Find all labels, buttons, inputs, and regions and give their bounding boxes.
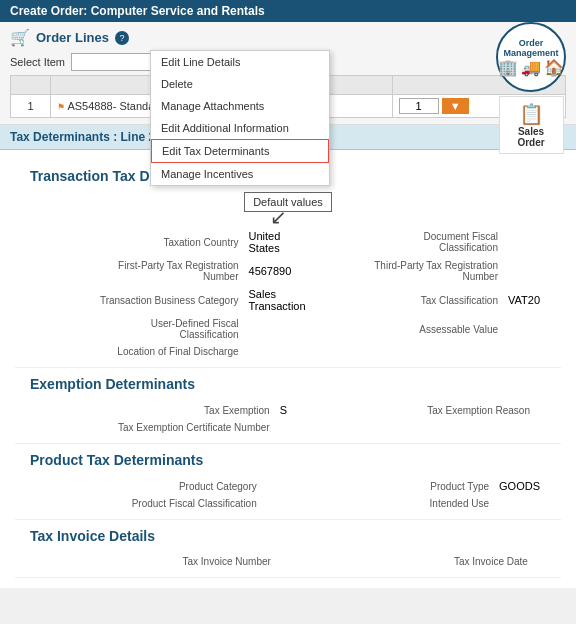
product-type-label: Product Type: [273, 478, 493, 494]
product-fiscal-row: Product Fiscal Classification Intended U…: [32, 496, 544, 511]
tax-exemption-value: S: [276, 402, 291, 418]
order-lines-section: 🛒 Order Lines ? Select Item 🔍 Actions ▼ …: [0, 22, 576, 125]
transaction-business-row: Transaction Business Category Sales Tran…: [32, 286, 544, 314]
product-fiscal-label: Product Fiscal Classification: [32, 496, 261, 511]
third-party-tax-value: [504, 258, 544, 284]
help-icon[interactable]: ?: [115, 31, 129, 45]
product-tax-title: Product Tax Determinants: [30, 452, 546, 468]
order-lines-header: 🛒 Order Lines ?: [10, 28, 566, 47]
tax-exemption-row: Tax Exemption S Tax Exemption Reason: [32, 402, 544, 418]
menu-item-edit-tax[interactable]: Edit Tax Determinants: [151, 139, 329, 163]
menu-item-edit-line[interactable]: Edit Line Details: [151, 51, 329, 73]
first-party-tax-value: 4567890: [245, 258, 310, 284]
callout-text: Default values: [253, 196, 323, 208]
tax-invoice-date-label: Tax Invoice Date: [289, 554, 532, 569]
location-row: Location of Final Discharge: [32, 344, 544, 359]
product-category-row: Product Category Product Type GOODS: [32, 478, 544, 494]
sales-order-label: Sales Order: [508, 126, 555, 148]
product-category-label: Product Category: [32, 478, 261, 494]
warning-icon: ⚑: [57, 102, 65, 112]
context-menu: Edit Line Details Delete Manage Attachme…: [150, 50, 330, 186]
third-party-tax-label: Third-Party Tax RegistrationNumber: [312, 258, 502, 284]
order-management-icons: 🏢 🚚 🏠: [498, 58, 564, 77]
sales-order-box: 📋 Sales Order: [499, 96, 564, 154]
tax-invoice-date-value: [534, 554, 544, 569]
menu-item-delete[interactable]: Delete: [151, 73, 329, 95]
user-defined-row: User-Defined FiscalClassification Assess…: [32, 316, 544, 342]
exemption-section: Exemption Determinants Tax Exemption S T…: [15, 368, 561, 444]
tax-exemption-reason-value: [536, 402, 544, 418]
tax-exemption-cert-label: Tax Exemption Certificate Number: [32, 420, 274, 435]
product-fiscal-value: [263, 496, 271, 511]
tax-invoice-section: Tax Invoice Details Tax Invoice Number T…: [15, 520, 561, 578]
select-item-input[interactable]: [71, 53, 151, 71]
product-category-value: [263, 478, 271, 494]
order-management-circle: OrderManagement 🏢 🚚 🏠: [496, 22, 566, 92]
row-number: 1: [11, 95, 51, 118]
tax-exemption-reason-label: Tax Exemption Reason: [293, 402, 534, 418]
product-tax-table: Product Category Product Type GOODS Prod…: [30, 476, 546, 513]
location-value: [245, 344, 310, 359]
building-icon: 🏢: [498, 58, 518, 77]
exemption-title: Exemption Determinants: [30, 376, 546, 392]
callout-arrow: ↙: [270, 205, 287, 229]
menu-item-manage-attachments[interactable]: Manage Attachments: [151, 95, 329, 117]
taxation-country-label: Taxation Country: [32, 228, 243, 256]
assessable-value-label: Assessable Value: [312, 316, 502, 342]
orange-action-button[interactable]: ▼: [442, 98, 469, 114]
intended-use-value: [495, 496, 544, 511]
tax-invoice-table: Tax Invoice Number Tax Invoice Date: [30, 552, 546, 571]
transaction-tax-section: Transaction Tax Determinants Default val…: [15, 160, 561, 368]
callout-box: Default values ↙: [244, 192, 332, 212]
tax-det-header-text: Tax Determinants : Line 2: [10, 130, 155, 144]
tax-exemption-cert-row: Tax Exemption Certificate Number: [32, 420, 544, 435]
product-tax-section: Product Tax Determinants Product Categor…: [15, 444, 561, 520]
location-label: Location of Final Discharge: [32, 344, 243, 359]
order-lines-title: Order Lines: [36, 30, 109, 45]
taxation-country-row: Taxation Country United States Document …: [32, 228, 544, 256]
document-fiscal-value: [504, 228, 544, 256]
transaction-tax-table: Taxation Country United States Document …: [30, 226, 546, 361]
taxation-country-value: United States: [245, 228, 310, 256]
home-icon: 🏠: [544, 58, 564, 77]
tax-invoice-title: Tax Invoice Details: [30, 528, 546, 544]
cart-icon: 🛒: [10, 28, 30, 47]
tax-determinants-body: Transaction Tax Determinants Default val…: [0, 150, 576, 588]
intended-use-label: Intended Use: [273, 496, 493, 511]
first-party-tax-row: First-Party Tax RegistrationNumber 45678…: [32, 258, 544, 284]
assessable-value-value: [504, 316, 544, 342]
tax-invoice-row: Tax Invoice Number Tax Invoice Date: [32, 554, 544, 569]
select-item-label: Select Item: [10, 56, 65, 68]
menu-item-manage-incentives[interactable]: Manage Incentives: [151, 163, 329, 185]
tax-classification-value: VAT20: [504, 286, 544, 314]
product-type-value: GOODS: [495, 478, 544, 494]
menu-item-edit-additional[interactable]: Edit Additional Information: [151, 117, 329, 139]
tax-exemption-label: Tax Exemption: [32, 402, 274, 418]
title-text: Create Order: Computer Service and Renta…: [10, 4, 265, 18]
order-management-badge: OrderManagement 🏢 🚚 🏠 📋 Sales Order: [496, 22, 566, 154]
order-management-title: OrderManagement: [503, 38, 558, 58]
document-fiscal-label: Document Fiscal Classification: [312, 228, 502, 256]
user-defined-label: User-Defined FiscalClassification: [32, 316, 243, 342]
tax-invoice-number-value: [277, 554, 287, 569]
first-party-tax-label: First-Party Tax RegistrationNumber: [32, 258, 243, 284]
exemption-table: Tax Exemption S Tax Exemption Reason Tax…: [30, 400, 546, 437]
transaction-business-value: Sales Transaction: [245, 286, 310, 314]
truck-icon: 🚚: [521, 58, 541, 77]
qty-input[interactable]: [399, 98, 439, 114]
title-bar: Create Order: Computer Service and Renta…: [0, 0, 576, 22]
tax-classification-label: Tax Classification: [312, 286, 502, 314]
sales-order-icon: 📋: [508, 102, 555, 126]
tax-invoice-number-label: Tax Invoice Number: [32, 554, 275, 569]
user-defined-value: [245, 316, 310, 342]
callout-area: Default values ↙: [30, 192, 546, 212]
transaction-business-label: Transaction Business Category: [32, 286, 243, 314]
tax-exemption-cert-value: [276, 420, 291, 435]
col-number: [11, 76, 51, 95]
